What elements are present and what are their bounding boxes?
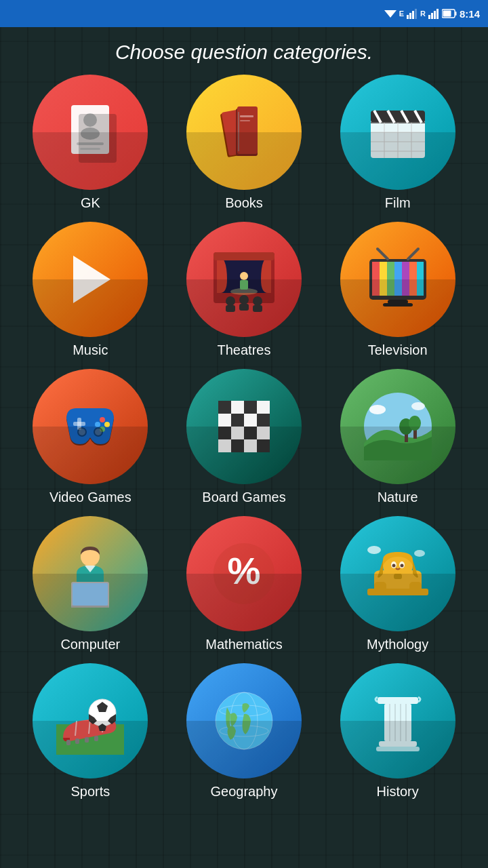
category-item-geography[interactable]: Geography [167,663,321,800]
svg-rect-106 [374,582,386,592]
boardgames-label: Board Games [202,490,285,505]
svg-rect-81 [244,427,257,439]
mythology-icon [340,516,455,631]
svg-rect-66 [77,418,81,430]
svg-point-67 [100,417,105,422]
nature-label: Nature [378,490,418,505]
svg-rect-51 [240,280,248,290]
category-item-music[interactable]: Music [14,222,167,358]
category-item-nature[interactable]: Nature [321,369,474,505]
geography-icon [186,663,302,778]
svg-rect-87 [244,414,257,427]
svg-rect-59 [394,262,402,296]
categories-grid: GK Books [0,75,488,800]
network-type-2: R [420,9,426,18]
svg-point-134 [220,726,268,736]
svg-point-111 [392,564,395,568]
svg-rect-80 [218,427,231,439]
svg-rect-91 [257,427,270,439]
svg-rect-62 [417,262,424,296]
svg-rect-23 [240,115,253,117]
svg-rect-16 [80,148,100,150]
svg-rect-24 [240,120,250,121]
svg-rect-7 [434,11,436,19]
svg-rect-56 [372,262,380,296]
books-label: Books [225,195,263,211]
svg-rect-85 [257,401,270,414]
svg-rect-142 [376,747,420,751]
history-label: History [377,784,419,800]
svg-point-43 [230,288,258,295]
svg-line-118 [89,719,90,734]
svg-rect-116 [56,724,124,755]
svg-rect-42 [214,252,274,260]
svg-point-46 [239,295,249,304]
svg-rect-136 [384,704,411,741]
computer-icon [33,516,148,631]
svg-rect-8 [436,9,439,19]
svg-point-50 [240,272,248,280]
gk-label: GK [81,195,100,211]
category-item-videogames[interactable]: Video Games [14,369,167,505]
category-item-boardgames[interactable]: Board Games [167,369,321,505]
svg-point-115 [414,550,425,557]
svg-rect-105 [367,589,428,595]
svg-rect-102 [71,606,109,608]
svg-point-112 [400,564,403,568]
svg-rect-3 [412,11,414,19]
svg-rect-47 [239,304,249,311]
svg-text:%: % [228,550,261,592]
theatres-label: Theatres [218,342,271,358]
svg-line-54 [378,249,388,259]
svg-rect-83 [257,439,270,452]
film-label: Film [385,195,411,211]
music-icon [33,222,148,337]
category-item-theatres[interactable]: Theatres [167,222,321,358]
category-item-books[interactable]: Books [167,75,321,211]
svg-rect-107 [409,582,422,592]
category-item-film[interactable]: Film [321,75,474,211]
svg-point-44 [226,296,235,306]
clock: 8:14 [460,8,480,20]
svg-rect-15 [77,142,104,145]
category-item-history[interactable]: History [321,663,474,800]
svg-point-72 [79,429,85,435]
svg-point-98 [409,416,421,431]
category-item-television[interactable]: Television [321,222,474,358]
mathematics-label: Mathematics [205,637,282,652]
music-label: Music [73,342,108,358]
svg-rect-45 [226,305,235,312]
svg-rect-63 [388,300,408,304]
svg-point-114 [367,546,381,554]
svg-rect-113 [394,574,402,579]
svg-rect-4 [415,9,417,19]
mathematics-icon: % [186,516,302,631]
svg-point-69 [100,427,105,432]
svg-rect-120 [66,740,70,745]
svg-rect-79 [257,414,270,427]
videogames-icon [33,369,148,484]
svg-rect-76 [218,401,231,414]
svg-line-55 [408,249,418,259]
svg-marker-0 [384,10,396,18]
svg-rect-135 [378,697,418,704]
category-item-computer[interactable]: Computer [14,516,167,652]
film-icon [340,75,455,190]
svg-rect-89 [244,439,257,452]
svg-point-94 [411,402,425,410]
status-bar: E R 8:14 [0,0,488,27]
svg-point-48 [253,296,262,306]
svg-marker-129 [98,724,106,731]
svg-rect-58 [387,262,394,296]
theatres-icon [186,222,302,337]
category-item-mythology[interactable]: Mythology [321,516,474,652]
category-item-gk[interactable]: GK [14,75,167,211]
svg-point-71 [77,427,87,437]
svg-rect-101 [73,583,108,606]
category-item-sports[interactable]: Sports [14,663,167,800]
boardgames-icon [186,369,302,484]
svg-rect-97 [413,427,417,439]
books-icon [186,75,302,190]
status-icons: E R 8:14 [384,8,480,20]
category-item-mathematics[interactable]: % Mathematics [167,516,321,652]
